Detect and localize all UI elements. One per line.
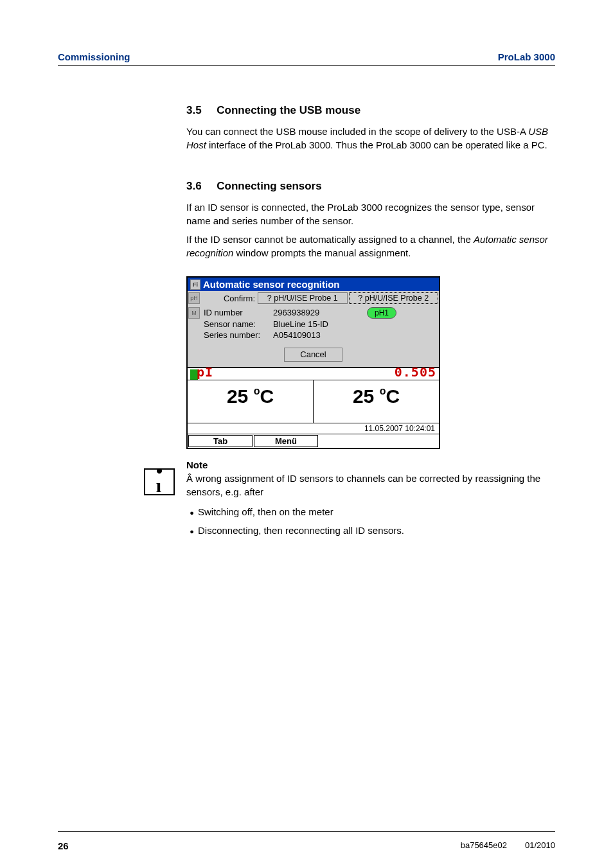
- note-bullet-2: Disconnecting, then reconnecting all ID …: [198, 524, 549, 537]
- label-series-number: Series number:: [204, 330, 273, 341]
- edge-icon-m: M: [188, 307, 200, 319]
- sec35-num: 3.5: [186, 104, 202, 116]
- temp-left-unit-sup: o: [254, 385, 260, 396]
- rule-bottom: [58, 831, 555, 832]
- temp-right-unit-sup: o: [380, 385, 386, 396]
- temp-left: 25 oC: [188, 380, 314, 423]
- reading-fragment-right: 0.505: [395, 364, 436, 380]
- probe1-button[interactable]: ? pH/U/ISE Probe 1: [258, 292, 348, 304]
- doc-id: ba75645e02: [461, 840, 507, 851]
- sec35-p1a: You can connect the USB mouse included i…: [186, 126, 528, 137]
- value-id-number: 2963938929: [273, 307, 363, 319]
- dialog-title-text: Automatic sensor recognition: [203, 279, 340, 290]
- sec36-p2b: window prompts the manual assignment.: [233, 247, 411, 258]
- temp-left-value: 25: [227, 385, 254, 407]
- value-series-number: A054109013: [273, 330, 363, 341]
- sec35-p1b: interface of the ProLab 3000. Thus the P…: [206, 139, 547, 150]
- sec36-p2a: If the ID sensor cannot be automatically…: [186, 234, 474, 245]
- pi-label: pI: [197, 364, 213, 380]
- timestamp: 11.05.2007 10:24:01: [188, 423, 439, 434]
- info-icon: • ı: [144, 468, 175, 495]
- dialog-titlebar: Fi Automatic sensor recognition: [188, 278, 439, 291]
- dialog-title-icon: Fi: [190, 279, 200, 290]
- sec36-p1: If an ID sensor is connected, the ProLab…: [186, 200, 549, 227]
- label-id-number: ID number: [204, 307, 273, 319]
- ph1-indicator: pH1: [367, 307, 396, 319]
- sensor-recognition-dialog: Fi Automatic sensor recognition pH Confi…: [186, 276, 440, 449]
- doc-date: 01/2010: [525, 840, 555, 851]
- tab-button[interactable]: Tab: [188, 435, 253, 447]
- menu-button[interactable]: Menü: [254, 435, 318, 447]
- probe2-button[interactable]: ? pH/U/ISE Probe 2: [349, 292, 439, 304]
- temp-right-value: 25: [353, 385, 380, 407]
- confirm-label: Confirm:: [202, 294, 256, 303]
- note-body: Â wrong assignment of ID sensors to chan…: [186, 472, 549, 499]
- sec36-title: Connecting sensors: [217, 180, 321, 192]
- note-heading: Note: [186, 459, 549, 470]
- temp-left-unit-c: C: [260, 385, 274, 407]
- sec35-title: Connecting the USB mouse: [217, 104, 360, 116]
- header-left: Commissioning: [58, 51, 130, 62]
- value-sensor-name: BlueLine 15-ID: [273, 319, 363, 330]
- cancel-button[interactable]: Cancel: [284, 348, 342, 362]
- rule-top: [58, 65, 555, 66]
- edge-icon-ph: pH: [188, 292, 200, 304]
- temp-right: 25 oC: [314, 380, 439, 423]
- sec35-paragraph: You can connect the USB mouse included i…: [186, 125, 549, 152]
- info-labels: ID number Sensor name: Series number:: [202, 307, 273, 341]
- label-sensor-name: Sensor name:: [204, 319, 273, 330]
- info-values: 2963938929 BlueLine 15-ID A054109013: [273, 307, 363, 341]
- page-number: 26: [58, 840, 69, 851]
- note-bullet-1: Switching off, then on the meter: [198, 505, 549, 518]
- sec36-p2: If the ID sensor cannot be automatically…: [186, 233, 549, 260]
- header-right: ProLab 3000: [498, 51, 555, 62]
- sec36-num: 3.6: [186, 180, 202, 192]
- temp-right-unit-c: C: [386, 385, 400, 407]
